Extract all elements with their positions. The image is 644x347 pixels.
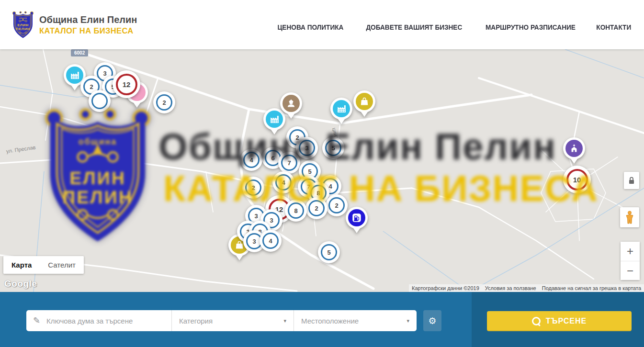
page: Община Елин Пелин КАТАЛОГ НА БИЗНЕСА ЦЕН… <box>0 0 644 347</box>
cluster-marker[interactable]: 8 <box>285 200 307 222</box>
cluster-marker[interactable]: 5 <box>322 137 344 159</box>
cluster-marker[interactable]: 2 <box>305 197 328 219</box>
nav-contacts[interactable]: КОНТАКТИ <box>597 23 632 31</box>
cluster-marker[interactable]: 3 <box>296 137 318 159</box>
map-canvas[interactable]: 6002 32512223564754274822128333834510ул.… <box>0 49 644 292</box>
church-pin-marker[interactable] <box>563 137 585 159</box>
location-select-label: Местоположение <box>301 317 359 325</box>
category-select[interactable]: Категория ▾ <box>171 310 294 331</box>
search-bar-right-panel: ТЪРСЕНЕ <box>472 292 644 347</box>
cluster-marker[interactable]: 5 <box>318 241 340 263</box>
search-button-label: ТЪРСЕНЕ <box>546 317 587 325</box>
cluster-marker[interactable]: 7 <box>278 152 300 174</box>
main-nav: ЦЕНОВА ПОЛИТИКА ДОБАВЕТЕ ВАШИЯТ БИЗНЕС М… <box>275 23 633 31</box>
keyword-field: ✎ <box>26 310 171 331</box>
gear-icon: ⚙ <box>428 316 436 326</box>
cluster-marker[interactable] <box>89 90 111 112</box>
location-select[interactable]: Местоположение ▾ <box>294 310 417 331</box>
worker-pin-marker[interactable] <box>280 92 302 114</box>
search-fields: ✎ Категория ▾ Местоположение ▾ <box>26 310 417 331</box>
lock-icon <box>628 177 635 184</box>
search-bar: ТЪРСЕНЕ ✎ Категория ▾ Местоположение ▾ ⚙ <box>0 292 644 347</box>
report-map-error-link[interactable]: Подаване на сигнал за грешка в картата <box>539 285 644 291</box>
search-icon <box>532 317 541 325</box>
category-select-label: Категория <box>179 317 213 325</box>
map-type-map-button[interactable]: Карта <box>3 256 40 274</box>
search-button[interactable]: ТЪРСЕНЕ <box>487 311 632 331</box>
cluster-marker[interactable]: 12 <box>113 70 140 98</box>
zoom-out-button[interactable]: − <box>621 261 640 280</box>
map-data-copyright: Картографски данни ©2019 <box>409 285 482 291</box>
cluster-marker[interactable]: 2 <box>326 194 348 216</box>
site-header: Община Елин Пелин КАТАЛОГ НА БИЗНЕСА ЦЕН… <box>0 0 644 49</box>
site-title: Община Елин Пелин <box>39 14 137 25</box>
fuel-pin-marker[interactable] <box>346 207 368 229</box>
pegman-button[interactable] <box>620 207 639 227</box>
advanced-settings-button[interactable]: ⚙ <box>423 310 441 331</box>
map-type-control: Карта Сателит <box>3 256 84 274</box>
chevron-down-icon: ▾ <box>283 318 286 324</box>
pencil-icon: ✎ <box>33 315 40 326</box>
nav-pricing-policy[interactable]: ЦЕНОВА ПОЛИТИКА <box>277 23 343 31</box>
zoom-in-button[interactable]: + <box>621 242 640 261</box>
municipality-crest-icon <box>11 10 34 39</box>
nav-route-schedule[interactable]: МАРШРУТНО РАЗПИСАНИЕ <box>486 23 576 31</box>
cluster-marker[interactable]: 10 <box>563 166 591 193</box>
cluster-marker[interactable]: 4 <box>260 230 282 252</box>
terms-of-use-link[interactable]: Условия за ползване <box>482 285 539 291</box>
site-subtitle: КАТАЛОГ НА БИЗНЕСА <box>39 26 137 35</box>
road-number-badge: 6002 <box>71 49 88 56</box>
factory-pin-marker[interactable] <box>330 98 352 120</box>
cluster-marker[interactable]: 2 <box>242 177 264 199</box>
cluster-marker[interactable]: 2 <box>153 91 175 113</box>
keyword-input[interactable] <box>45 316 165 325</box>
shopping-pin-marker[interactable] <box>353 90 375 112</box>
lock-button[interactable] <box>624 172 639 189</box>
cluster-marker[interactable]: 4 <box>272 171 294 193</box>
map-attribution: Картографски данни ©2019 Условия за полз… <box>409 284 644 292</box>
site-logo[interactable]: Община Елин Пелин КАТАЛОГ НА БИЗНЕСА <box>11 10 137 39</box>
cluster-marker[interactable]: 4 <box>240 149 262 171</box>
zoom-control: + − <box>621 242 640 280</box>
google-logo[interactable]: Google <box>4 279 37 289</box>
nav-add-your-business[interactable]: ДОБАВЕТЕ ВАШИЯТ БИЗНЕС <box>366 23 462 31</box>
pegman-icon <box>625 211 634 224</box>
map-type-satellite-button[interactable]: Сателит <box>40 256 84 274</box>
chevron-down-icon: ▾ <box>407 318 409 324</box>
